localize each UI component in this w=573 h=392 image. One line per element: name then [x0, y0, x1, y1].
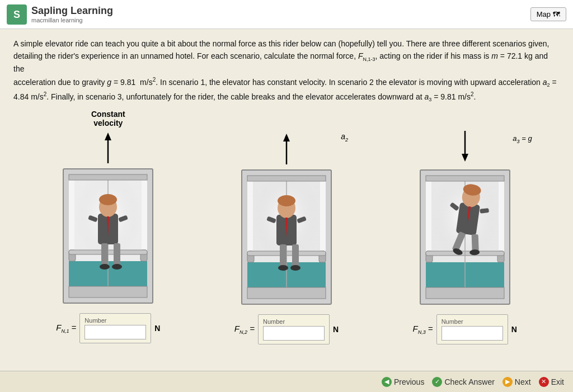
svg-text:S: S — [13, 9, 20, 20]
previous-label: Previous — [394, 377, 424, 386]
map-button[interactable]: Map 🗺 — [530, 7, 566, 21]
scenario-3-input-box: Number — [436, 314, 508, 344]
sapling-logo-icon: S — [7, 4, 27, 25]
scenario-1-number-label: Number — [84, 317, 146, 324]
scenario-2-a-label: a2 — [341, 132, 348, 143]
scenario-2-input-container: FN,2 = Number N — [234, 314, 339, 344]
scenario-1: Constantvelocity — [56, 110, 160, 343]
logo-main-text: Sapling Learning — [31, 5, 113, 16]
svg-rect-24 — [69, 174, 147, 180]
scenario-3-arrow-area: a3 = g — [415, 131, 515, 164]
scenario-1-label: Constantvelocity — [91, 110, 125, 127]
logo-sub-text: macmillan learning — [31, 17, 113, 23]
svg-point-37 — [278, 195, 295, 206]
svg-rect-45 — [247, 287, 326, 299]
check-answer-label: Check Answer — [444, 377, 494, 386]
map-button-label: Map — [537, 10, 551, 18]
exit-label: Exit — [551, 377, 564, 386]
check-answer-icon: ✓ — [432, 377, 442, 387]
svg-marker-48 — [462, 154, 468, 162]
scenario-1-unit: N — [154, 324, 160, 333]
scenario-2: a2 — [234, 110, 339, 344]
scenario-3-input[interactable] — [442, 326, 503, 341]
scenario-2-arrow-icon — [275, 134, 298, 164]
svg-rect-46 — [247, 176, 326, 181]
scenario-3-a-label: a3 = g — [513, 134, 532, 144]
previous-icon: ◀ — [382, 377, 392, 387]
scenario-3-fn-label: FN,3 = — [413, 324, 433, 335]
svg-point-18 — [100, 264, 110, 270]
footer: ◀ Previous ✓ Check Answer ▶ Next ✕ Exit — [0, 371, 573, 392]
scenario-1-arrow-area — [58, 130, 158, 163]
scenario-2-fn-label: FN,2 = — [234, 324, 255, 335]
scenario-1-elevator — [58, 163, 158, 309]
svg-rect-68 — [426, 176, 504, 181]
svg-point-15 — [99, 194, 117, 205]
logo-area: S Sapling Learning macmillan learning — [7, 4, 113, 25]
next-icon: ▶ — [502, 377, 513, 387]
svg-rect-39 — [292, 244, 299, 267]
scenario-2-unit: N — [333, 325, 339, 334]
scenario-2-arrow-area: a2 — [236, 131, 337, 164]
map-icon: 🗺 — [553, 10, 560, 18]
svg-rect-67 — [426, 287, 504, 299]
scenario-2-input-box: Number — [258, 314, 330, 344]
check-answer-button[interactable]: ✓ Check Answer — [432, 377, 494, 387]
exit-button[interactable]: ✕ Exit — [539, 377, 564, 387]
scenario-2-number-label: Number — [263, 318, 325, 325]
svg-rect-17 — [114, 243, 120, 266]
scenario-3-elevator — [415, 164, 515, 310]
problem-text: A simple elevator ride can teach you qui… — [13, 38, 560, 104]
next-label: Next — [515, 377, 531, 386]
scenario-2-input[interactable] — [263, 326, 325, 341]
scenario-1-arrow-icon — [97, 133, 119, 163]
svg-point-41 — [290, 265, 300, 271]
scenario-1-input-box: Number — [79, 313, 151, 343]
scenario-3-unit: N — [511, 325, 517, 334]
scenarios-container: Constantvelocity — [13, 110, 560, 344]
scenario-3-arrow-icon — [454, 131, 476, 162]
scenario-1-fn-label: FN,1 = — [56, 323, 76, 334]
scenario-3: a3 = g — [413, 110, 517, 344]
svg-point-40 — [278, 265, 288, 271]
scenario-3-number-label: Number — [442, 318, 503, 325]
scenario-3-input-container: FN,3 = Number N — [413, 314, 517, 344]
svg-point-19 — [112, 264, 122, 270]
svg-marker-3 — [105, 133, 111, 140]
scenario-1-input[interactable] — [84, 325, 146, 339]
main-content: A simple elevator ride can teach you qui… — [0, 29, 573, 349]
svg-rect-38 — [280, 244, 286, 267]
previous-button[interactable]: ◀ Previous — [382, 377, 424, 387]
svg-rect-16 — [101, 243, 108, 266]
svg-rect-23 — [69, 286, 147, 297]
header: S Sapling Learning macmillan learning Ma… — [0, 0, 573, 29]
next-button[interactable]: ▶ Next — [502, 377, 531, 387]
scenario-1-input-container: FN,1 = Number N — [56, 313, 160, 343]
exit-icon: ✕ — [539, 377, 549, 387]
logo-text: Sapling Learning macmillan learning — [31, 5, 113, 23]
svg-marker-26 — [283, 134, 290, 141]
scenario-2-elevator — [236, 164, 337, 310]
